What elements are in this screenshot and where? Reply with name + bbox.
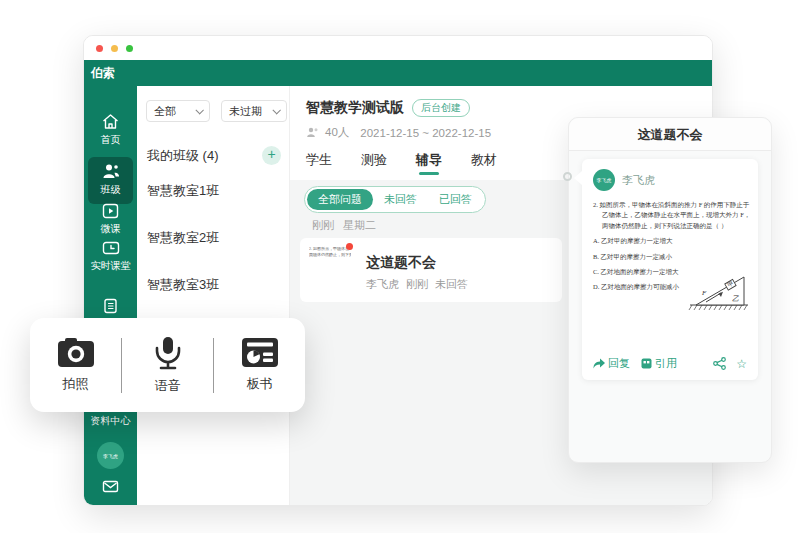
reply-button[interactable]: 回复 xyxy=(593,356,630,371)
zoom-window-icon[interactable] xyxy=(126,45,133,52)
question-card-title: 这道题不会 xyxy=(366,254,436,272)
pill-all-questions[interactable]: 全部问题 xyxy=(307,189,373,210)
timeline-just-now: 刚刚 xyxy=(312,218,334,233)
class-list-item[interactable]: 智慧教室1班 xyxy=(147,182,219,200)
diagram-force-label: F xyxy=(701,289,707,297)
unread-dot xyxy=(346,243,353,250)
sidebar-item-microlesson[interactable]: 微课 xyxy=(84,203,137,236)
question-status: 未回答 xyxy=(435,277,468,292)
diagram-wedge-label: 乙 xyxy=(732,295,739,303)
live-classroom-icon xyxy=(102,241,120,256)
minimize-window-icon[interactable] xyxy=(111,45,118,52)
tab-quizzes[interactable]: 测验 xyxy=(361,151,387,178)
stem-line: 两物体仍然静止，则下列说法正确的是（ ） xyxy=(593,221,747,231)
timeline-tuesday: 星期二 xyxy=(343,218,376,233)
tab-tutoring[interactable]: 辅导 xyxy=(416,151,442,178)
voice-tool[interactable]: 语音 xyxy=(122,336,213,395)
question-thumbnail: 2. 如图所示，甲物体在沿斜面的推力 F 的作用下静止于 两物体仍然静止，则下列… xyxy=(309,246,351,272)
video-lesson-icon xyxy=(102,203,119,219)
chevron-down-icon xyxy=(195,106,203,114)
dropdown-value: 未过期 xyxy=(229,104,262,119)
camera-icon xyxy=(57,337,95,368)
sidebar-item-label: 实时课堂 xyxy=(91,259,131,273)
app-header-bar: 伯索 xyxy=(84,60,712,86)
question-time: 刚刚 xyxy=(406,277,428,292)
sidebar-item-label: 班级 xyxy=(101,183,121,197)
question-bubble: 李飞虎 李飞虎 2. 如图所示，甲物体在沿斜面的推力 F 的作用下静止于 乙物体… xyxy=(582,159,758,380)
sidebar-item-live-classroom[interactable]: 实时课堂 xyxy=(84,241,137,273)
pill-answered[interactable]: 已回答 xyxy=(428,189,483,210)
home-icon xyxy=(101,113,120,130)
sidebar-item-messages[interactable] xyxy=(84,480,137,493)
timeline-anchor-dot xyxy=(563,172,572,181)
question-card[interactable]: 2. 如图所示，甲物体在沿斜面的推力 F 的作用下静止于 两物体仍然静止，则下列… xyxy=(300,238,562,302)
avatar-text: 李飞虎 xyxy=(103,453,118,459)
class-group-title: 我的班级 (4) xyxy=(147,147,219,165)
sidebar-item-home[interactable]: 首页 xyxy=(84,113,137,147)
user-avatar[interactable]: 李飞虎 xyxy=(97,442,124,469)
option-a: A. 乙对甲的摩擦力一定增大 xyxy=(593,236,747,246)
question-author: 李飞虎 xyxy=(366,277,399,292)
sidebar: 首页 班级 微课 xyxy=(84,86,137,506)
class-list-item[interactable]: 智慧教室3班 xyxy=(147,276,219,294)
quote-icon xyxy=(641,358,652,369)
chevron-down-icon xyxy=(272,106,280,114)
course-title: 智慧教学测试版 xyxy=(306,99,404,117)
class-list-item[interactable]: 智慧教室2班 xyxy=(147,229,219,247)
whiteboard-icon xyxy=(241,337,279,368)
sidebar-item-label: 资料中心 xyxy=(91,414,131,428)
traffic-lights xyxy=(96,45,133,52)
sidebar-item-notebook[interactable] xyxy=(84,298,137,317)
avatar-text: 李飞虎 xyxy=(597,177,612,183)
answer-toolbar: 拍照 语音 板书 xyxy=(30,318,305,412)
course-date-range: 2021-12-15 ~ 2022-12-15 xyxy=(360,127,491,139)
favorite-star-icon[interactable]: ☆ xyxy=(736,357,747,371)
tab-students[interactable]: 学生 xyxy=(306,151,332,178)
question-detail-popup: 这道题不会 李飞虎 李飞虎 2. 如图所示，甲物体在沿斜面的推力 F 的作用下静… xyxy=(568,117,772,463)
share-icon[interactable] xyxy=(713,357,726,370)
option-b: B. 乙对甲的摩擦力一定减小 xyxy=(593,252,747,262)
course-badge: 后台创建 xyxy=(412,99,470,117)
stem-line: 乙物体上，乙物体静止在水平面上，现增大外力 F， xyxy=(593,210,747,220)
photo-tool-label: 拍照 xyxy=(63,375,89,393)
incline-diagram: 甲 F 乙 xyxy=(688,271,750,313)
pill-unanswered[interactable]: 未回答 xyxy=(373,189,428,210)
quote-label: 引用 xyxy=(655,356,677,371)
photo-tool[interactable]: 拍照 xyxy=(30,337,121,393)
reply-icon xyxy=(593,358,605,369)
microphone-icon xyxy=(153,336,183,370)
notebook-icon xyxy=(103,298,118,314)
class-people-icon xyxy=(101,163,121,180)
close-window-icon[interactable] xyxy=(96,45,103,52)
app-title: 伯索 xyxy=(91,65,115,82)
voice-tool-label: 语音 xyxy=(155,377,181,395)
sidebar-item-class[interactable]: 班级 xyxy=(88,157,133,204)
dropdown-value: 全部 xyxy=(154,104,176,119)
member-count: 40人 xyxy=(325,125,349,140)
stem-line: 2. 如图所示，甲物体在沿斜面的推力 F 的作用下静止于 xyxy=(593,200,747,210)
whiteboard-tool-label: 板书 xyxy=(247,375,273,393)
tab-materials[interactable]: 教材 xyxy=(471,151,497,178)
filter-dropdown-expiry[interactable]: 未过期 xyxy=(221,100,287,122)
envelope-icon xyxy=(102,480,119,493)
members-icon xyxy=(306,127,319,138)
window-titlebar xyxy=(84,36,712,60)
sidebar-item-label: 首页 xyxy=(101,133,121,147)
quote-button[interactable]: 引用 xyxy=(641,356,677,371)
student-avatar: 李飞虎 xyxy=(593,169,615,191)
add-class-button[interactable]: + xyxy=(262,146,281,165)
class-list-panel: 全部 未过期 我的班级 (4) + 智慧教室1班 智慧教室2班 智慧教室3班 xyxy=(137,86,290,506)
filter-dropdown-type[interactable]: 全部 xyxy=(146,100,210,122)
reply-label: 回复 xyxy=(608,356,630,371)
student-name: 李飞虎 xyxy=(622,173,655,188)
whiteboard-tool[interactable]: 板书 xyxy=(214,337,305,393)
sidebar-item-resource-center[interactable]: 资料中心 xyxy=(84,414,137,428)
timeline-labels: 刚刚 星期二 xyxy=(312,218,376,233)
popup-title: 这道题不会 xyxy=(569,118,771,151)
thumb-text: 两物体仍然静止，则下列说法正确的是（ ） xyxy=(309,252,351,258)
sidebar-item-label: 微课 xyxy=(101,222,121,236)
question-filter-pills: 全部问题 未回答 已回答 xyxy=(304,186,486,213)
